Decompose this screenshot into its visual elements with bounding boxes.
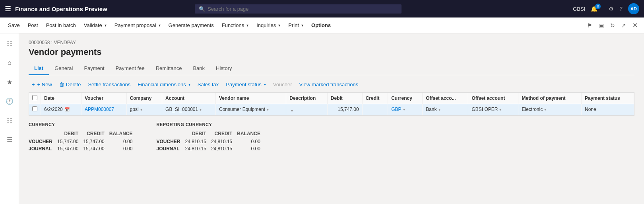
personalize-icon[interactable]: ⚑ xyxy=(586,21,594,30)
voucher-balance: 0.00 xyxy=(109,138,138,145)
cell-debit[interactable]: 15,747.00 xyxy=(327,104,362,115)
tab-payment-fee[interactable]: Payment fee xyxy=(110,62,150,75)
refresh-icon[interactable]: ↻ xyxy=(609,21,617,30)
generate-payments-button[interactable]: Generate payments xyxy=(165,21,217,30)
sales-tax-button[interactable]: Sales tax xyxy=(194,80,222,89)
currency-table: DEBIT CREDIT BALANCE VOUCHER 15,747.00 1… xyxy=(29,130,137,152)
cell-date[interactable]: 6/2/2020 📅 xyxy=(41,104,81,115)
cell-payment-status[interactable]: None xyxy=(581,104,634,115)
desc-dropdown-icon[interactable]: ▾ xyxy=(291,109,293,113)
col-check[interactable] xyxy=(29,93,41,104)
col-balance-header: BALANCE xyxy=(109,130,138,138)
help-icon[interactable]: ? xyxy=(619,6,623,12)
journal-label: JOURNAL xyxy=(29,145,57,152)
cell-voucher[interactable]: APPM000007 xyxy=(81,104,126,115)
open-new-icon[interactable]: ↗ xyxy=(620,21,628,30)
split-view-icon[interactable]: ▣ xyxy=(597,21,605,30)
cell-currency[interactable]: GBP ▾ xyxy=(388,104,423,115)
delete-button[interactable]: 🗑 Delete xyxy=(56,80,84,89)
offset-acct-dropdown-icon[interactable]: ▾ xyxy=(499,107,501,112)
rep-journal-debit: 24,810.15 xyxy=(185,145,211,152)
sidebar-favorites-icon[interactable]: ★ xyxy=(2,75,17,89)
tab-list[interactable]: List xyxy=(29,62,49,75)
avatar[interactable]: AD xyxy=(628,3,639,14)
gbsi-label: GBSI xyxy=(573,6,585,12)
sidebar-home-icon[interactable]: ⌂ xyxy=(2,56,17,70)
vendor-dropdown-icon[interactable]: ▾ xyxy=(267,107,269,112)
print-button[interactable]: Print xyxy=(285,21,306,30)
currency-dropdown-icon[interactable]: ▾ xyxy=(403,107,405,112)
rep-journal-balance: 0.00 xyxy=(237,145,265,152)
hamburger-menu-icon[interactable]: ☰ xyxy=(5,4,11,13)
currency-voucher-row: VOUCHER 15,747.00 15,747.00 0.00 xyxy=(29,138,137,145)
functions-button[interactable]: Functions xyxy=(219,21,252,30)
voucher-debit: 15,747.00 xyxy=(57,138,83,145)
account-dropdown-icon[interactable]: ▾ xyxy=(200,107,202,112)
options-button[interactable]: Options xyxy=(308,21,334,30)
cell-company[interactable]: gbsi ▾ xyxy=(126,104,162,115)
save-button[interactable]: Save xyxy=(5,21,23,30)
col-method-of-payment: Method of payment xyxy=(518,93,582,104)
toolbar-right-icons: ⚑ ▣ ↻ ↗ ✕ xyxy=(586,20,639,31)
company-dropdown-icon[interactable]: ▾ xyxy=(140,107,142,112)
select-all-checkbox[interactable] xyxy=(32,95,37,100)
post-button[interactable]: Post xyxy=(25,21,41,30)
rep-credit-header: CREDIT xyxy=(211,130,237,138)
method-dropdown-icon[interactable]: ▾ xyxy=(544,107,546,112)
search-bar[interactable]: 🔍 xyxy=(195,4,402,14)
col-voucher: Voucher xyxy=(81,93,126,104)
rep-label-header xyxy=(156,130,185,138)
cell-method-of-payment[interactable]: Electronic ▾ xyxy=(518,104,582,115)
payment-proposal-button[interactable]: Payment proposal xyxy=(111,21,164,30)
col-company: Company xyxy=(126,93,162,104)
col-currency: Currency xyxy=(388,93,423,104)
col-vendor-name: Vendor name xyxy=(215,93,286,104)
payment-status-button[interactable]: Payment status xyxy=(223,80,269,89)
close-icon[interactable]: ✕ xyxy=(631,20,639,31)
calendar-icon[interactable]: 📅 xyxy=(64,107,70,112)
tab-remittance[interactable]: Remittance xyxy=(150,62,188,75)
sidebar-list-icon[interactable]: ☰ xyxy=(2,132,17,146)
currency-title: CURRENCY xyxy=(29,122,137,127)
view-marked-transactions-button[interactable]: View marked transactions xyxy=(296,80,362,89)
cell-check[interactable] xyxy=(29,104,41,115)
action-bar: + + New 🗑 Delete Settle transactions Fin… xyxy=(29,80,634,89)
notification-icon[interactable]: 🔔 0 xyxy=(591,6,603,12)
sidebar-filter-icon[interactable]: ☷ xyxy=(2,37,17,51)
inquiries-button[interactable]: Inquiries xyxy=(253,21,283,30)
tab-general[interactable]: General xyxy=(49,62,78,75)
cell-description[interactable]: ▾ xyxy=(286,104,328,115)
row-checkbox[interactable] xyxy=(32,106,37,111)
post-in-batch-button[interactable]: Post in batch xyxy=(43,21,79,30)
search-input[interactable] xyxy=(208,6,398,12)
summary-section: CURRENCY DEBIT CREDIT BALANCE VOUCHER xyxy=(29,122,634,152)
cell-account[interactable]: GB_SI_000001 ▾ xyxy=(162,104,216,115)
toolbar: Save Post Post in batch Validate Payment… xyxy=(0,17,644,33)
cell-offset-account[interactable]: GBSI OPER ▾ xyxy=(468,104,518,115)
sidebar-recent-icon[interactable]: 🕐 xyxy=(2,94,17,108)
validate-button[interactable]: Validate xyxy=(81,21,110,30)
page-title: Vendor payments xyxy=(29,47,634,57)
cell-vendor-name[interactable]: Consumer Equipment ▾ xyxy=(215,104,286,115)
cell-credit[interactable] xyxy=(362,104,388,115)
table-header-row: Date Voucher Company Account Vendor name… xyxy=(29,93,634,104)
delete-icon: 🗑 xyxy=(59,82,64,87)
financial-dimensions-button[interactable]: Financial dimensions xyxy=(134,80,193,89)
col-date: Date xyxy=(41,93,81,104)
reporting-title: REPORTING CURRENCY xyxy=(156,122,265,127)
table-row[interactable]: 6/2/2020 📅 APPM000007 gbsi ▾ xyxy=(29,104,634,115)
tab-history[interactable]: History xyxy=(210,62,237,75)
offset-type-dropdown-icon[interactable]: ▾ xyxy=(438,107,440,112)
voucher-button[interactable]: Voucher xyxy=(270,80,295,89)
reporting-currency-summary: REPORTING CURRENCY DEBIT CREDIT BALANCE … xyxy=(156,122,265,152)
col-description: Description xyxy=(286,93,328,104)
settings-icon[interactable]: ⚙ xyxy=(609,6,614,12)
new-button[interactable]: + + New xyxy=(29,80,55,89)
cell-offset-acct-type[interactable]: Bank ▾ xyxy=(423,104,468,115)
search-icon: 🔍 xyxy=(199,6,205,12)
tab-payment[interactable]: Payment xyxy=(78,62,110,75)
voucher-label: VOUCHER xyxy=(29,138,57,145)
sidebar-workspace-icon[interactable]: ☷ xyxy=(2,113,17,127)
settle-transactions-button[interactable]: Settle transactions xyxy=(85,80,134,89)
tab-bank[interactable]: Bank xyxy=(187,62,210,75)
